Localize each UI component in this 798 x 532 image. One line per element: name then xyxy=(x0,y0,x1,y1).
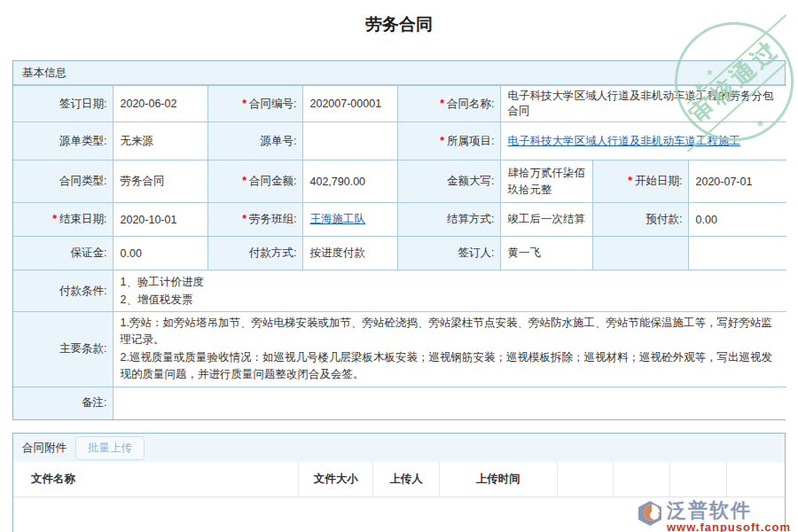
attachments-title: 合同附件 xyxy=(22,441,66,456)
project-value: 电子科技大学区域人行道及非机动车道工程施工 xyxy=(500,122,786,160)
amount-value: 402,790.00 xyxy=(302,160,397,203)
sign-date-value: 2020-06-02 xyxy=(113,86,207,122)
amount-label: *合同金额: xyxy=(207,160,302,203)
stamp-star-icon: ★ xyxy=(763,41,772,53)
amount-words-value: 肆拾万贰仟柒佰玖拾元整 xyxy=(500,160,592,203)
page: 劳务合同 审核通过 ★ ★ ★ ★ ★ 基本信息 签订日期: 2020-06-0… xyxy=(0,13,798,532)
empty-value-cell xyxy=(688,237,786,270)
vendor-brand: 泛普软件 xyxy=(667,500,791,521)
end-date-value: 2020-10-01 xyxy=(113,203,207,237)
start-date-label: *开始日期: xyxy=(592,160,688,203)
source-type-label: 源单类型: xyxy=(13,122,113,160)
contract-no-label: *合同编号: xyxy=(207,86,302,122)
clauses-value: 1.旁站：如旁站塔吊加节、旁站电梯安装或加节、旁站砼浇捣、旁站梁柱节点安装、旁站… xyxy=(113,312,786,387)
signer-label: 签订人: xyxy=(397,237,500,270)
fanpu-logo-icon xyxy=(637,500,663,527)
advance-label: 预付款: xyxy=(592,203,688,237)
labor-team-label: *劳务班组: xyxy=(207,203,302,237)
basic-info-panel: 基本信息 签订日期: 2020-06-02 *合同编号: 202007-0000… xyxy=(12,60,786,420)
col-file-size: 文件大小 xyxy=(298,462,372,497)
pay-terms-value: 1、验工计价进度 2、增值税发票 xyxy=(113,270,786,312)
pay-method-label: 付款方式: xyxy=(207,237,302,270)
batch-upload-button[interactable]: 批量上传 xyxy=(75,436,145,460)
advance-value: 0.00 xyxy=(688,203,786,237)
col-empty-1 xyxy=(557,462,614,497)
col-file-name: 文件名称 xyxy=(13,462,298,497)
deposit-label: 保证金: xyxy=(13,237,113,270)
col-empty-4 xyxy=(726,462,785,497)
contract-name-value: 电子科技大学区域人行道及非机动车道工程的劳务分包合同 xyxy=(500,86,786,122)
basic-info-table: 签订日期: 2020-06-02 *合同编号: 202007-00001 *合同… xyxy=(13,85,786,419)
sign-date-label: 签订日期: xyxy=(13,86,113,122)
settlement-value: 竣工后一次结算 xyxy=(500,203,592,237)
vendor-site: www.fanpusoft.com xyxy=(667,521,791,532)
source-no-label: 源单号: xyxy=(207,122,302,160)
basic-info-header: 基本信息 xyxy=(13,61,785,85)
source-type-value: 无来源 xyxy=(113,122,207,160)
labor-team-link[interactable]: 王海施工队 xyxy=(310,213,366,225)
amount-words-label: 金额大写: xyxy=(397,160,500,203)
contract-type-value: 劳务合同 xyxy=(113,160,207,203)
contract-type-label: 合同类型: xyxy=(13,160,113,203)
pay-terms-label: 付款条件: xyxy=(13,270,113,312)
deposit-value: 0.00 xyxy=(113,237,207,270)
source-no-value xyxy=(302,122,397,160)
col-empty-3 xyxy=(669,462,726,497)
contract-name-label: *合同名称: xyxy=(397,86,500,122)
project-label: *所属项目: xyxy=(397,122,500,160)
empty-label-cell xyxy=(592,237,688,270)
signer-value: 黄一飞 xyxy=(500,237,592,270)
remark-value xyxy=(113,387,786,419)
remark-label: 备注: xyxy=(13,387,113,419)
page-title: 劳务合同 xyxy=(0,13,798,36)
col-upload-time: 上传时间 xyxy=(439,462,557,497)
clauses-label: 主要条款: xyxy=(13,312,113,387)
col-empty-2 xyxy=(613,462,669,497)
col-uploader: 上传人 xyxy=(372,462,439,497)
pay-method-value: 按进度付款 xyxy=(302,237,397,270)
contract-no-value: 202007-00001 xyxy=(302,86,397,122)
project-link[interactable]: 电子科技大学区域人行道及非机动车道工程施工 xyxy=(508,135,741,147)
vendor-watermark: 泛普软件 www.fanpusoft.com xyxy=(637,500,791,532)
attachments-header-bar: 合同附件 批量上传 xyxy=(13,434,785,462)
attachments-table-header: 文件名称 文件大小 上传人 上传时间 xyxy=(13,462,785,497)
labor-team-value: 王海施工队 xyxy=(302,203,397,237)
settlement-label: 结算方式: xyxy=(397,203,500,237)
end-date-label: *结束日期: xyxy=(13,203,113,237)
start-date-value: 2020-07-01 xyxy=(688,160,786,203)
